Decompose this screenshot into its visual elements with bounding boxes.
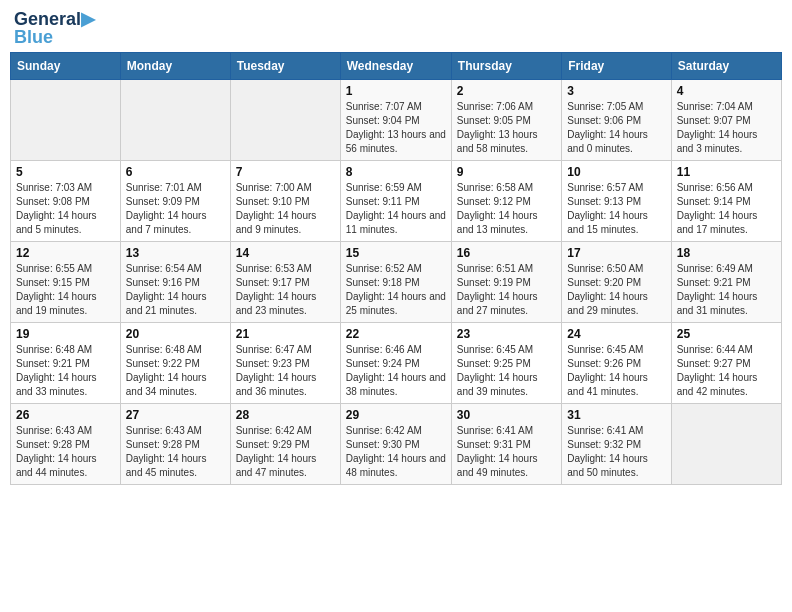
day-info: Sunrise: 6:45 AMSunset: 9:25 PMDaylight:… <box>457 343 556 399</box>
day-number: 8 <box>346 165 446 179</box>
day-number: 30 <box>457 408 556 422</box>
weekday-header-monday: Monday <box>120 53 230 80</box>
calendar-cell: 26Sunrise: 6:43 AMSunset: 9:28 PMDayligh… <box>11 404 121 485</box>
day-info: Sunrise: 6:45 AMSunset: 9:26 PMDaylight:… <box>567 343 665 399</box>
calendar-cell <box>230 80 340 161</box>
calendar-cell: 22Sunrise: 6:46 AMSunset: 9:24 PMDayligh… <box>340 323 451 404</box>
day-info: Sunrise: 6:47 AMSunset: 9:23 PMDaylight:… <box>236 343 335 399</box>
day-number: 16 <box>457 246 556 260</box>
day-info: Sunrise: 6:55 AMSunset: 9:15 PMDaylight:… <box>16 262 115 318</box>
calendar-cell: 6Sunrise: 7:01 AMSunset: 9:09 PMDaylight… <box>120 161 230 242</box>
weekday-header-saturday: Saturday <box>671 53 781 80</box>
day-number: 14 <box>236 246 335 260</box>
calendar-cell: 9Sunrise: 6:58 AMSunset: 9:12 PMDaylight… <box>451 161 561 242</box>
calendar-cell: 31Sunrise: 6:41 AMSunset: 9:32 PMDayligh… <box>562 404 671 485</box>
day-number: 13 <box>126 246 225 260</box>
day-info: Sunrise: 7:01 AMSunset: 9:09 PMDaylight:… <box>126 181 225 237</box>
calendar-table: SundayMondayTuesdayWednesdayThursdayFrid… <box>10 52 782 485</box>
day-number: 31 <box>567 408 665 422</box>
calendar-cell: 5Sunrise: 7:03 AMSunset: 9:08 PMDaylight… <box>11 161 121 242</box>
weekday-header-friday: Friday <box>562 53 671 80</box>
calendar-cell: 16Sunrise: 6:51 AMSunset: 9:19 PMDayligh… <box>451 242 561 323</box>
day-number: 9 <box>457 165 556 179</box>
day-number: 26 <box>16 408 115 422</box>
calendar-cell: 3Sunrise: 7:05 AMSunset: 9:06 PMDaylight… <box>562 80 671 161</box>
calendar-cell: 10Sunrise: 6:57 AMSunset: 9:13 PMDayligh… <box>562 161 671 242</box>
calendar-cell: 7Sunrise: 7:00 AMSunset: 9:10 PMDaylight… <box>230 161 340 242</box>
day-info: Sunrise: 6:46 AMSunset: 9:24 PMDaylight:… <box>346 343 446 399</box>
day-number: 1 <box>346 84 446 98</box>
calendar-cell: 17Sunrise: 6:50 AMSunset: 9:20 PMDayligh… <box>562 242 671 323</box>
calendar-cell <box>120 80 230 161</box>
day-info: Sunrise: 6:43 AMSunset: 9:28 PMDaylight:… <box>126 424 225 480</box>
calendar-cell: 14Sunrise: 6:53 AMSunset: 9:17 PMDayligh… <box>230 242 340 323</box>
day-info: Sunrise: 6:42 AMSunset: 9:29 PMDaylight:… <box>236 424 335 480</box>
logo-text: General▶ <box>14 10 95 28</box>
day-info: Sunrise: 6:57 AMSunset: 9:13 PMDaylight:… <box>567 181 665 237</box>
day-info: Sunrise: 6:43 AMSunset: 9:28 PMDaylight:… <box>16 424 115 480</box>
day-number: 24 <box>567 327 665 341</box>
day-number: 10 <box>567 165 665 179</box>
weekday-header-sunday: Sunday <box>11 53 121 80</box>
day-info: Sunrise: 6:50 AMSunset: 9:20 PMDaylight:… <box>567 262 665 318</box>
calendar-cell: 15Sunrise: 6:52 AMSunset: 9:18 PMDayligh… <box>340 242 451 323</box>
logo-blue: Blue <box>14 28 53 46</box>
calendar-cell: 25Sunrise: 6:44 AMSunset: 9:27 PMDayligh… <box>671 323 781 404</box>
day-number: 25 <box>677 327 776 341</box>
day-info: Sunrise: 7:00 AMSunset: 9:10 PMDaylight:… <box>236 181 335 237</box>
calendar-cell: 12Sunrise: 6:55 AMSunset: 9:15 PMDayligh… <box>11 242 121 323</box>
day-number: 4 <box>677 84 776 98</box>
day-number: 28 <box>236 408 335 422</box>
calendar-cell: 4Sunrise: 7:04 AMSunset: 9:07 PMDaylight… <box>671 80 781 161</box>
day-number: 3 <box>567 84 665 98</box>
day-info: Sunrise: 6:52 AMSunset: 9:18 PMDaylight:… <box>346 262 446 318</box>
day-info: Sunrise: 6:42 AMSunset: 9:30 PMDaylight:… <box>346 424 446 480</box>
day-info: Sunrise: 7:07 AMSunset: 9:04 PMDaylight:… <box>346 100 446 156</box>
day-info: Sunrise: 6:53 AMSunset: 9:17 PMDaylight:… <box>236 262 335 318</box>
day-number: 11 <box>677 165 776 179</box>
day-info: Sunrise: 6:58 AMSunset: 9:12 PMDaylight:… <box>457 181 556 237</box>
calendar-cell: 13Sunrise: 6:54 AMSunset: 9:16 PMDayligh… <box>120 242 230 323</box>
day-number: 15 <box>346 246 446 260</box>
day-info: Sunrise: 7:04 AMSunset: 9:07 PMDaylight:… <box>677 100 776 156</box>
day-number: 29 <box>346 408 446 422</box>
calendar-cell <box>11 80 121 161</box>
weekday-header-tuesday: Tuesday <box>230 53 340 80</box>
calendar-cell: 19Sunrise: 6:48 AMSunset: 9:21 PMDayligh… <box>11 323 121 404</box>
day-info: Sunrise: 6:56 AMSunset: 9:14 PMDaylight:… <box>677 181 776 237</box>
calendar-cell: 8Sunrise: 6:59 AMSunset: 9:11 PMDaylight… <box>340 161 451 242</box>
calendar-cell <box>671 404 781 485</box>
day-number: 7 <box>236 165 335 179</box>
day-number: 27 <box>126 408 225 422</box>
day-number: 20 <box>126 327 225 341</box>
calendar-cell: 18Sunrise: 6:49 AMSunset: 9:21 PMDayligh… <box>671 242 781 323</box>
calendar-cell: 30Sunrise: 6:41 AMSunset: 9:31 PMDayligh… <box>451 404 561 485</box>
page-header: General▶ Blue <box>10 10 782 46</box>
day-info: Sunrise: 6:51 AMSunset: 9:19 PMDaylight:… <box>457 262 556 318</box>
weekday-header-thursday: Thursday <box>451 53 561 80</box>
day-info: Sunrise: 7:03 AMSunset: 9:08 PMDaylight:… <box>16 181 115 237</box>
calendar-cell: 27Sunrise: 6:43 AMSunset: 9:28 PMDayligh… <box>120 404 230 485</box>
day-number: 21 <box>236 327 335 341</box>
day-info: Sunrise: 6:59 AMSunset: 9:11 PMDaylight:… <box>346 181 446 237</box>
day-number: 6 <box>126 165 225 179</box>
calendar-cell: 20Sunrise: 6:48 AMSunset: 9:22 PMDayligh… <box>120 323 230 404</box>
calendar-cell: 1Sunrise: 7:07 AMSunset: 9:04 PMDaylight… <box>340 80 451 161</box>
logo: General▶ Blue <box>14 10 95 46</box>
day-info: Sunrise: 6:48 AMSunset: 9:22 PMDaylight:… <box>126 343 225 399</box>
day-info: Sunrise: 6:44 AMSunset: 9:27 PMDaylight:… <box>677 343 776 399</box>
day-info: Sunrise: 7:06 AMSunset: 9:05 PMDaylight:… <box>457 100 556 156</box>
calendar-cell: 21Sunrise: 6:47 AMSunset: 9:23 PMDayligh… <box>230 323 340 404</box>
day-number: 18 <box>677 246 776 260</box>
calendar-cell: 28Sunrise: 6:42 AMSunset: 9:29 PMDayligh… <box>230 404 340 485</box>
day-number: 5 <box>16 165 115 179</box>
day-info: Sunrise: 7:05 AMSunset: 9:06 PMDaylight:… <box>567 100 665 156</box>
calendar-cell: 2Sunrise: 7:06 AMSunset: 9:05 PMDaylight… <box>451 80 561 161</box>
calendar-cell: 11Sunrise: 6:56 AMSunset: 9:14 PMDayligh… <box>671 161 781 242</box>
day-info: Sunrise: 6:48 AMSunset: 9:21 PMDaylight:… <box>16 343 115 399</box>
day-number: 22 <box>346 327 446 341</box>
calendar-cell: 29Sunrise: 6:42 AMSunset: 9:30 PMDayligh… <box>340 404 451 485</box>
weekday-header-wednesday: Wednesday <box>340 53 451 80</box>
day-info: Sunrise: 6:41 AMSunset: 9:31 PMDaylight:… <box>457 424 556 480</box>
day-number: 23 <box>457 327 556 341</box>
